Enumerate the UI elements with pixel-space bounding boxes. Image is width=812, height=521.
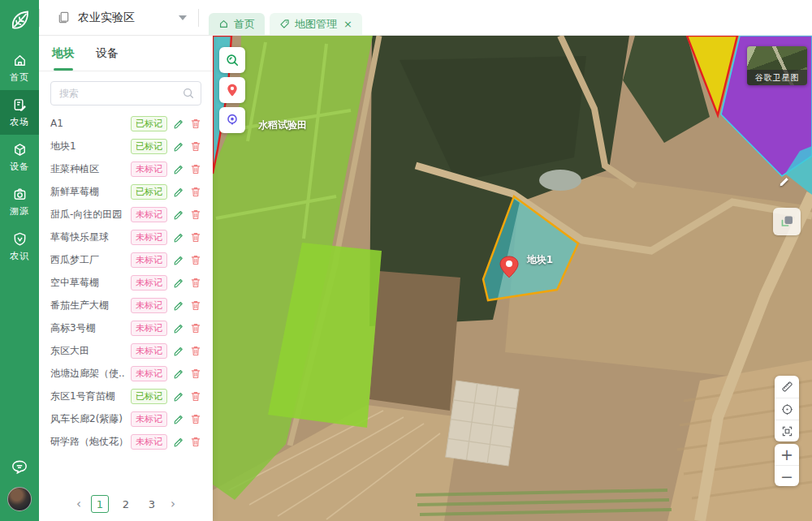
avatar[interactable] (7, 487, 32, 511)
plot-list-item[interactable]: A1 已标记 (39, 112, 213, 135)
plot-name: 韭菜种植区 (50, 162, 125, 176)
delete-icon[interactable] (190, 345, 201, 356)
sidebar-nav: 首页 农场 设备 溯源 (0, 45, 39, 269)
page-button-2[interactable]: 2 (117, 495, 135, 513)
circle-dot-icon (780, 403, 794, 416)
delete-icon[interactable] (190, 231, 201, 243)
sidebar-item-farm[interactable]: 农场 (0, 90, 39, 135)
sidebar-item-device[interactable]: 设备 (0, 135, 39, 179)
edit-icon[interactable] (173, 163, 184, 174)
tab-home[interactable]: 首页 (209, 13, 265, 35)
locate-button[interactable] (775, 398, 799, 420)
map-marker-button[interactable] (219, 77, 245, 103)
plot-name: 草莓快乐星球 (50, 230, 125, 244)
edit-icon[interactable] (173, 254, 184, 265)
map-annotation-icon[interactable] (778, 174, 791, 187)
plot-list-item[interactable]: 研学路（炮仗花） 未标记 (39, 430, 213, 453)
edit-icon[interactable] (173, 413, 184, 424)
tab-plots[interactable]: 地块 (52, 46, 75, 71)
locate-pin-icon (225, 113, 240, 127)
delete-icon[interactable] (190, 436, 201, 447)
measure-button[interactable] (775, 376, 799, 398)
tab-map-management[interactable]: 地图管理 × (270, 13, 362, 35)
basemap-switcher[interactable]: 谷歌卫星图 (747, 46, 807, 85)
plot-list-item[interactable]: 西瓜梦工厂 未标记 (39, 248, 213, 271)
plot-status-badge: 未标记 (131, 343, 167, 359)
delete-icon[interactable] (190, 118, 201, 129)
delete-icon[interactable] (190, 163, 201, 174)
edit-icon[interactable] (173, 299, 184, 311)
search-box (50, 81, 201, 105)
plot-status-badge: 已标记 (131, 389, 167, 404)
delete-icon[interactable] (190, 277, 201, 288)
map-canvas[interactable]: 水稻试验田 地块1 谷歌 (213, 36, 812, 521)
pin-icon (225, 83, 240, 97)
zoom-out-button[interactable]: − (775, 465, 799, 486)
plot-list-item[interactable]: 韭菜种植区 未标记 (39, 157, 213, 180)
header-tabs: 首页 地图管理 × (209, 13, 362, 35)
delete-icon[interactable] (190, 254, 201, 265)
workspace-selector[interactable]: 农业实验区 (57, 11, 187, 25)
greenhouse (446, 381, 519, 466)
plot-status-badge: 未标记 (131, 207, 167, 222)
fullscreen-icon (780, 424, 794, 438)
plot-status-badge: 未标记 (131, 252, 167, 268)
search-input[interactable] (50, 81, 201, 105)
edit-icon[interactable] (173, 209, 184, 220)
edit-icon[interactable] (173, 322, 184, 334)
plot-list-item[interactable]: 甜瓜-向往的田园 未标记 (39, 203, 213, 226)
sidebar-item-trace[interactable]: 溯源 (0, 179, 39, 224)
delete-icon[interactable] (190, 390, 201, 402)
delete-icon[interactable] (190, 140, 201, 152)
map-search-button[interactable] (219, 47, 245, 73)
plot-list-item[interactable]: 风车长廊2(紫藤) 未标记 (39, 407, 213, 430)
edit-icon[interactable] (173, 140, 184, 152)
tab-devices[interactable]: 设备 (96, 46, 119, 71)
delete-icon[interactable] (190, 209, 201, 220)
delete-icon[interactable] (190, 322, 201, 334)
page-button-1[interactable]: 1 (91, 495, 109, 513)
edit-icon[interactable] (173, 186, 184, 197)
plot-list-item[interactable]: 地块1 已标记 (39, 135, 213, 157)
map-locate-button[interactable] (219, 107, 245, 133)
delete-icon[interactable] (190, 368, 201, 379)
edit-icon[interactable] (173, 345, 184, 356)
plot-status-badge: 已标记 (131, 139, 167, 154)
farm-icon (12, 97, 28, 113)
edit-icon[interactable] (173, 277, 184, 288)
edit-icon[interactable] (173, 118, 184, 129)
edit-icon[interactable] (173, 368, 184, 379)
delete-icon[interactable] (190, 413, 201, 424)
plot-list-item[interactable]: 高标3号棚 未标记 (39, 316, 213, 339)
edit-icon[interactable] (173, 436, 184, 447)
edit-icon[interactable] (173, 390, 184, 402)
close-icon[interactable]: × (343, 19, 352, 29)
pagination: ‹ 1 2 3 › (39, 487, 213, 521)
plot-list-item[interactable]: 番茄生产大棚 未标记 (39, 294, 213, 316)
plot-list-item[interactable]: 新鲜草莓棚 已标记 (39, 180, 213, 203)
delete-icon[interactable] (190, 186, 201, 197)
plot-list-item[interactable]: 池塘边廊架（使... 未标记 (39, 362, 213, 385)
plot-list-item[interactable]: 草莓快乐星球 未标记 (39, 226, 213, 248)
ruler-icon (780, 380, 794, 394)
page-button-3[interactable]: 3 (143, 495, 161, 513)
plot-list-item[interactable]: 东区1号育苗棚 已标记 (39, 385, 213, 407)
home-icon (12, 53, 28, 68)
next-page-button[interactable]: › (169, 497, 177, 511)
plot-list-item[interactable]: 东区大田 未标记 (39, 339, 213, 362)
plot-status-badge: 未标记 (131, 275, 167, 291)
sidebar-item-home[interactable]: 首页 (0, 45, 39, 90)
fit-extent-button[interactable] (775, 420, 799, 441)
panel-tabs: 地块 设备 (39, 36, 213, 71)
chat-icon[interactable] (10, 458, 29, 477)
plot-list-item[interactable]: 空中草莓棚 未标记 (39, 271, 213, 294)
delete-icon[interactable] (190, 299, 201, 311)
sidebar-item-knowledge[interactable]: 农识 (0, 224, 39, 269)
plot-name: A1 (50, 118, 125, 129)
plot-status-badge: 未标记 (131, 366, 167, 381)
zoom-in-button[interactable]: + (775, 444, 799, 465)
edit-icon[interactable] (173, 231, 184, 243)
prev-page-button[interactable]: ‹ (75, 497, 83, 511)
plot-name: 西瓜梦工厂 (50, 253, 125, 267)
map-layers-button[interactable] (773, 208, 801, 235)
